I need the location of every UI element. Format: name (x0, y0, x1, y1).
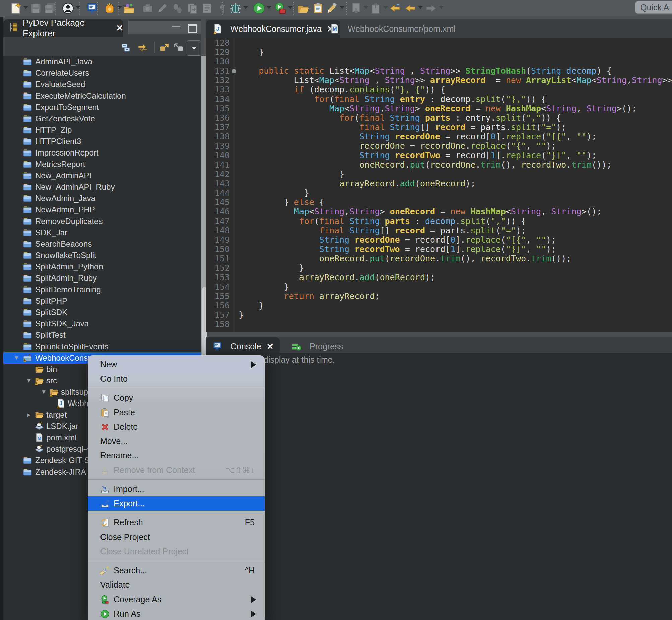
run-button-dropdown-icon[interactable] (267, 6, 271, 9)
close-console-icon[interactable]: ✕ (267, 342, 274, 351)
toolbar-separator (79, 2, 80, 15)
split-package-button[interactable] (103, 1, 117, 15)
tree-item-label: HTTPClient3 (35, 137, 81, 146)
view-menu-button[interactable] (187, 40, 201, 56)
save-all-button (43, 1, 57, 15)
tree-item-SplitAdmin_Python[interactable]: SplitAdmin_Python (3, 261, 201, 272)
import-doc-button (349, 1, 363, 15)
tree-item-New_AdminAPI[interactable]: New_AdminAPI (3, 170, 201, 181)
project-maven-icon: MJ (23, 353, 32, 363)
code-line-132: 132 List<Map<String , String>> arrayReco… (206, 76, 672, 85)
tree-item-NewAdmin_PHP[interactable]: NewAdmin_PHP (3, 204, 201, 215)
tree-item-SplitDemoTraining[interactable]: SplitDemoTraining (3, 284, 201, 295)
tree-item-SplitSDK_Java[interactable]: SplitSDK_Java (3, 318, 201, 329)
menu-separator (88, 559, 265, 563)
back-button[interactable] (403, 1, 417, 15)
tree-item-SplitPHP[interactable]: SplitPHP (3, 295, 201, 307)
menu-item-search[interactable]: Search...^H (88, 563, 265, 578)
tree-item-label: pom.xml (46, 433, 77, 443)
run-button[interactable] (252, 1, 266, 15)
paste-clipboard-button[interactable] (311, 1, 325, 15)
tree-item-label: LSDK.jar (46, 422, 78, 431)
menu-shortcut: F5 (245, 518, 255, 527)
project-closed-icon (23, 296, 32, 306)
menu-item-new[interactable]: New (88, 357, 265, 372)
open-resources-button[interactable] (122, 1, 136, 15)
menu-item-rename[interactable]: Rename... (88, 449, 265, 463)
java-file-icon: J (212, 24, 226, 34)
collapse-arrow-icon[interactable]: ▾ (27, 376, 31, 384)
tab-webhookconsumer-pom-xml[interactable]: M WebhookConsumer/pom.xml (324, 20, 462, 38)
tree-item-SearchBeacons[interactable]: SearchBeacons (3, 238, 201, 250)
menu-item-run-as[interactable]: Run As (88, 607, 265, 620)
menu-item-export[interactable]: Export... (88, 496, 265, 511)
marker-button[interactable] (325, 1, 339, 15)
tree-item-ImpressionReport[interactable]: ImpressionReport (3, 147, 201, 158)
tree-item-RemoveDuplicates[interactable]: RemoveDuplicates (3, 215, 201, 227)
debug-button[interactable] (228, 1, 242, 15)
maximize-view-button[interactable] (188, 24, 197, 33)
tree-item-HTTPClient3[interactable]: HTTPClient3 (3, 136, 201, 147)
collapse-all-button[interactable] (120, 40, 132, 55)
folder-warn-icon (35, 376, 44, 385)
tree-item-GetZendeskVote[interactable]: GetZendeskVote (3, 113, 201, 124)
tree-item-ExportToSegment[interactable]: ExportToSegment (3, 102, 201, 113)
profile-button[interactable] (273, 1, 287, 15)
debug-button-dropdown-icon[interactable] (243, 6, 248, 9)
tree-item-New_AdminAPI_Ruby[interactable]: New_AdminAPI_Ruby (3, 181, 201, 193)
tree-item-HTTP_Zip[interactable]: HTTP_Zip (3, 124, 201, 136)
open-folder-button[interactable] (296, 1, 310, 15)
tab-progress[interactable]: Progress (285, 338, 349, 355)
menu-item-paste[interactable]: Paste (88, 405, 265, 420)
tree-item-MetricsReport[interactable]: MetricsReport (3, 158, 201, 170)
tree-item-SnowflakeToSplit[interactable]: SnowflakeToSplit (3, 250, 201, 261)
new-wizard-button-dropdown-icon[interactable] (23, 6, 28, 9)
package-collapse-button[interactable] (173, 40, 185, 55)
code-editor[interactable]: 128129 }130131 public static List<Map<St… (206, 38, 672, 332)
menu-item-go-into[interactable]: Go Into (88, 372, 265, 386)
tree-item-CorrelateUsers[interactable]: CorrelateUsers (3, 67, 201, 79)
menu-item-refresh[interactable]: RefreshF5 (88, 515, 265, 530)
quick-access-input[interactable]: Quick A (635, 1, 672, 14)
menu-item-coverage-as[interactable]: Coverage As (88, 592, 265, 607)
profile-button-dropdown-icon[interactable] (288, 6, 293, 9)
back-button-dropdown-icon[interactable] (418, 6, 423, 9)
tree-item-SplitAdmin_Ruby[interactable]: SplitAdmin_Ruby (3, 272, 201, 284)
menu-item-copy[interactable]: Copy (88, 391, 265, 405)
tree-item-label: NewAdmin_PHP (35, 205, 95, 214)
tree-item-SplunkToSplitEvents[interactable]: SplunkToSplitEvents (3, 341, 201, 352)
tab-webhookconsumer-java[interactable]: J WebhookConsumer.java ✕ (206, 20, 340, 38)
tab-pydev-package-explorer[interactable]: PyDev Package Explorer ✕ (3, 19, 123, 37)
menu-item-delete[interactable]: Delete (88, 420, 265, 434)
package-expand-button[interactable] (158, 40, 170, 55)
project-closed-icon (23, 330, 32, 340)
link-with-editor-button[interactable] (137, 40, 149, 55)
close-view-icon[interactable]: ✕ (116, 23, 123, 34)
line-marker-icon[interactable] (232, 69, 236, 73)
menu-item-move[interactable]: Move... (88, 434, 265, 449)
console-tab-label: Console (230, 342, 261, 351)
new-wizard-button[interactable] (9, 1, 23, 15)
marker-button-dropdown-icon[interactable] (340, 6, 344, 9)
tree-item-EvaluateSeed[interactable]: EvaluateSeed (3, 79, 201, 90)
project-closed-icon (23, 182, 32, 192)
tree-item-NewAdmin_Java[interactable]: NewAdmin_Java (3, 193, 201, 204)
expand-arrow-icon[interactable]: ▸ (27, 411, 31, 419)
minimize-view-button[interactable]: — (171, 23, 180, 30)
project-closed-icon (23, 262, 32, 271)
menu-item-close-project[interactable]: Close Project (88, 530, 265, 544)
tree-item-AdminAPI_Java[interactable]: AdminAPI_Java (3, 56, 201, 67)
menu-item-import[interactable]: Import... (88, 482, 265, 496)
tree-item-ExecuteMetricCalculation[interactable]: ExecuteMetricCalculation (3, 90, 201, 102)
collapse-arrow-icon[interactable]: ▾ (42, 388, 46, 396)
tab-console[interactable]: Console ✕ (206, 338, 280, 355)
user-button[interactable] (61, 1, 75, 15)
tree-item-SDK_Jar[interactable]: SDK_Jar (3, 227, 201, 238)
tree-item-SplitSDK[interactable]: SplitSDK (3, 307, 201, 318)
last-edit-button[interactable] (388, 1, 402, 15)
tree-item-label: SplitPHP (35, 296, 67, 306)
menu-item-validate[interactable]: Validate (88, 578, 265, 592)
svg-text:M: M (333, 27, 337, 32)
tree-item-SplitTest[interactable]: SplitTest (3, 329, 201, 341)
collapse-arrow-icon[interactable]: ▾ (15, 354, 18, 362)
